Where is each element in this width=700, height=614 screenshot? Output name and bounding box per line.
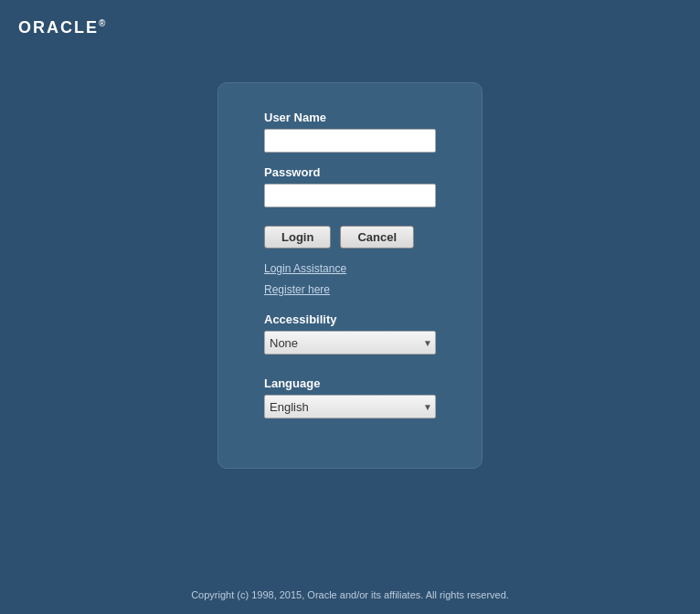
accessibility-select[interactable]: None Screen Reader Large Text xyxy=(264,331,436,355)
accessibility-select-wrapper: None Screen Reader Large Text ▼ xyxy=(264,331,436,355)
copyright-text: Copyright (c) 1998, 2015, Oracle and/or … xyxy=(0,589,700,600)
username-input[interactable] xyxy=(264,129,436,153)
password-input[interactable] xyxy=(264,184,436,207)
register-here-link[interactable]: Register here xyxy=(264,283,330,296)
login-card: User Name Password Login Cancel Login As… xyxy=(217,82,483,469)
language-select-wrapper: English French German Spanish Japanese C… xyxy=(264,395,436,418)
oracle-logo-text: ORACLE xyxy=(18,18,99,37)
language-group: Language English French German Spanish J… xyxy=(264,367,436,418)
password-group: Password xyxy=(264,165,436,207)
login-assistance-link[interactable]: Login Assistance xyxy=(264,262,346,275)
password-label: Password xyxy=(264,165,436,179)
username-group: User Name xyxy=(264,111,436,153)
language-label: Language xyxy=(264,376,436,390)
login-assistance-row: Login Assistance xyxy=(264,261,436,275)
language-select[interactable]: English French German Spanish Japanese C… xyxy=(264,395,436,418)
cancel-button[interactable]: Cancel xyxy=(340,226,414,249)
oracle-logo: ORACLE® xyxy=(18,18,107,37)
login-button[interactable]: Login xyxy=(264,226,331,249)
button-row: Login Cancel xyxy=(264,226,436,249)
accessibility-label: Accessibility xyxy=(264,312,436,326)
username-label: User Name xyxy=(264,111,436,124)
register-here-row: Register here xyxy=(264,282,436,296)
registered-mark: ® xyxy=(99,18,107,28)
accessibility-group: Accessibility None Screen Reader Large T… xyxy=(264,303,436,355)
